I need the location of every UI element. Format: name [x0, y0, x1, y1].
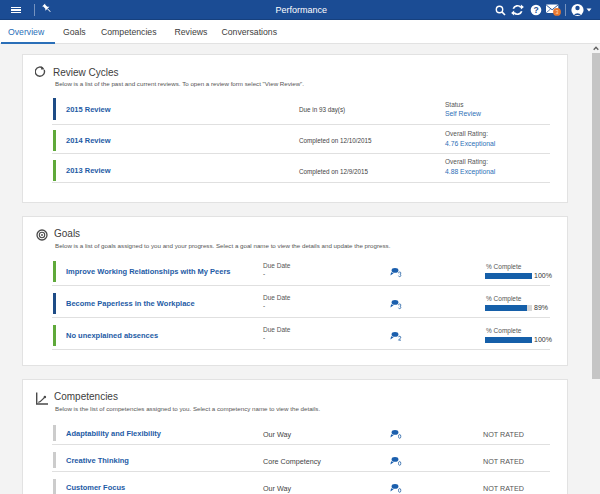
- svg-text:?: ?: [533, 5, 538, 15]
- svg-text:3: 3: [556, 9, 559, 15]
